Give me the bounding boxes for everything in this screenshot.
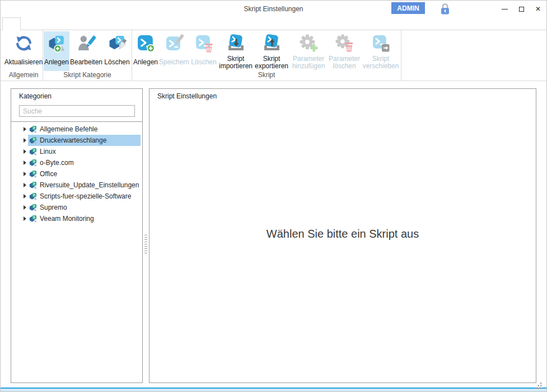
tree-item-scripts-fuer-spezielle-software[interactable]: Scripts-fuer-spezielle-Software	[11, 191, 142, 202]
chevron-right-icon[interactable]	[24, 127, 26, 131]
close-button[interactable]: ✕	[530, 1, 546, 17]
script-export-button[interactable]: Skript exportieren	[254, 31, 289, 71]
lock-icon[interactable]	[440, 3, 450, 15]
category-tree: Allgemeine Befehle Druckerwarteschlange …	[11, 122, 142, 224]
category-icon	[29, 148, 37, 155]
window-controls: ✕	[496, 1, 546, 17]
script-save-icon	[165, 33, 184, 54]
minimize-icon	[502, 9, 508, 10]
parameter-delete-icon	[335, 33, 354, 54]
empty-state-message: Wählen Sie bitte ein Skript aus	[149, 89, 536, 382]
category-delete-icon	[108, 33, 127, 54]
resize-grip-icon[interactable]	[535, 382, 542, 389]
ribbon-group-allgemein: Aktualisieren Allgemein	[4, 30, 43, 81]
script-save-button[interactable]: Speichern	[158, 31, 190, 71]
script-delete-icon	[195, 33, 213, 54]
ribbon-group-label: Skript Kategorie	[44, 71, 131, 80]
category-icon	[29, 204, 37, 211]
category-icon	[29, 159, 37, 167]
script-move-icon	[372, 33, 390, 54]
category-icon	[29, 125, 37, 133]
script-import-icon	[227, 33, 245, 54]
chevron-right-icon[interactable]	[24, 183, 26, 187]
tree-item-o-byte-com[interactable]: o-Byte.com	[11, 157, 142, 168]
tree-item-veeam-monitoring[interactable]: Veeam Monitoring	[11, 213, 142, 224]
category-icon	[29, 170, 37, 178]
category-delete-button[interactable]: Löschen	[103, 31, 131, 71]
maximize-icon	[519, 7, 524, 12]
ribbon-group-label: Allgemein	[5, 71, 42, 80]
category-edit-button[interactable]: Bearbeiten	[69, 31, 103, 71]
script-delete-button[interactable]: Löschen	[190, 31, 218, 71]
tree-item-allgemeine-befehle[interactable]: Allgemeine Befehle	[11, 124, 142, 135]
close-icon: ✕	[535, 5, 541, 13]
refresh-button[interactable]: Aktualisieren	[5, 31, 42, 71]
tree-item-linux[interactable]: Linux	[11, 146, 142, 157]
category-icon	[29, 136, 37, 144]
parameter-add-button[interactable]: Parameter hinzufügen	[289, 31, 328, 71]
app-window: Skript Einstellungen ADMIN ✕ Aktualisier…	[0, 0, 547, 392]
category-add-button[interactable]: Anlegen	[44, 31, 69, 71]
category-icon	[29, 215, 37, 223]
category-icon	[29, 181, 37, 189]
categories-panel-title: Kategorien	[11, 89, 142, 100]
category-add-icon	[48, 33, 66, 54]
tree-item-riversuite-update-einstellungen[interactable]: Riversuite_Update_Einstellungen	[11, 180, 142, 191]
ribbon-group-skript-kategorie: Anlegen Bearbeiten Löschen Skript Katego…	[43, 30, 132, 81]
chevron-right-icon[interactable]	[24, 205, 26, 210]
minimize-button[interactable]	[496, 1, 513, 17]
main-area: Kategorien Allgemeine Befehle Druckerwar…	[1, 81, 546, 388]
category-icon	[29, 192, 37, 200]
panel-splitter[interactable]	[143, 88, 149, 383]
script-import-button[interactable]: Skript importieren	[218, 31, 254, 71]
ribbon-group-skript: Anlegen Speichern Löschen Skript importi…	[132, 30, 401, 81]
search-input[interactable]	[19, 105, 135, 117]
script-settings-panel: Skript Einstellungen Wählen Sie bitte ei…	[149, 88, 536, 383]
ribbon-tab[interactable]	[2, 17, 21, 30]
window-title: Skript Einstellungen	[1, 1, 546, 17]
tree-item-druckerwarteschlange[interactable]: Druckerwarteschlange	[11, 135, 142, 146]
refresh-icon	[15, 33, 33, 54]
status-bar	[1, 388, 546, 391]
ribbon-toolbar: Aktualisieren Allgemein Anlegen Bearbeit…	[1, 30, 546, 81]
script-move-button[interactable]: Skript verschieben	[361, 31, 400, 71]
script-export-icon	[263, 33, 281, 54]
chevron-right-icon[interactable]	[24, 172, 26, 176]
chevron-right-icon[interactable]	[24, 149, 26, 154]
parameter-delete-button[interactable]: Parameter löschen	[328, 31, 361, 71]
ribbon-tab-strip	[1, 17, 546, 30]
chevron-right-icon[interactable]	[24, 216, 26, 221]
title-bar: Skript Einstellungen ADMIN ✕	[1, 1, 546, 17]
chevron-right-icon[interactable]	[24, 194, 26, 199]
parameter-add-icon	[300, 33, 318, 54]
script-add-button[interactable]: Anlegen	[133, 31, 158, 71]
admin-badge[interactable]: ADMIN	[391, 2, 425, 14]
chevron-right-icon[interactable]	[24, 138, 26, 143]
categories-panel: Kategorien Allgemeine Befehle Druckerwar…	[11, 88, 143, 383]
category-edit-icon	[77, 33, 96, 54]
script-add-icon	[137, 33, 155, 54]
ribbon-group-label: Skript	[133, 71, 400, 80]
tree-item-supremo[interactable]: Supremo	[11, 202, 142, 213]
maximize-button[interactable]	[513, 1, 530, 17]
tree-item-office[interactable]: Office	[11, 168, 142, 180]
chevron-right-icon[interactable]	[24, 160, 26, 165]
